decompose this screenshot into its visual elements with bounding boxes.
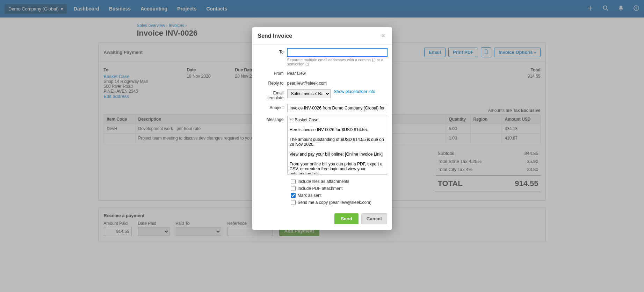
replyto-value: pear.liew@sleek.com [287, 79, 387, 86]
template-label: Email template [257, 89, 287, 100]
subject-label: Subject [257, 104, 287, 110]
to-hint: Separate multiple email addresses with a… [287, 58, 387, 66]
subject-input[interactable] [287, 104, 387, 112]
to-input[interactable] [287, 48, 387, 57]
placeholder-info-link[interactable]: Show placeholder info [334, 89, 375, 98]
send-button[interactable]: Send [334, 213, 359, 224]
modal-title: Send Invoice [258, 33, 292, 39]
check-mark[interactable]: Mark as sent [291, 193, 387, 198]
check-pdf-box[interactable] [291, 186, 296, 191]
check-copy[interactable]: Send me a copy (pear.liew@sleek.com) [291, 200, 387, 205]
from-value: Pear Liew [287, 70, 387, 76]
check-pdf[interactable]: Include PDF attachment [291, 186, 387, 191]
check-files-box[interactable] [291, 179, 296, 184]
message-label: Message [257, 116, 287, 122]
check-files[interactable]: Include files as attachments [291, 179, 387, 184]
replyto-label: Reply to [257, 79, 287, 86]
template-select[interactable]: Sales Invoice: Basic [287, 89, 331, 98]
cancel-button[interactable]: Cancel [361, 213, 387, 224]
check-mark-box[interactable] [291, 193, 296, 198]
check-copy-box[interactable] [291, 200, 296, 205]
send-invoice-modal: Send Invoice × To Separate multiple emai… [252, 27, 392, 230]
message-textarea[interactable]: Hi Basket Case, Here's invoice INV-0026 … [287, 116, 387, 175]
from-label: From [257, 70, 287, 76]
to-label: To [257, 48, 287, 55]
modal-overlay: Send Invoice × To Separate multiple emai… [0, 0, 644, 252]
close-icon[interactable]: × [380, 32, 386, 40]
